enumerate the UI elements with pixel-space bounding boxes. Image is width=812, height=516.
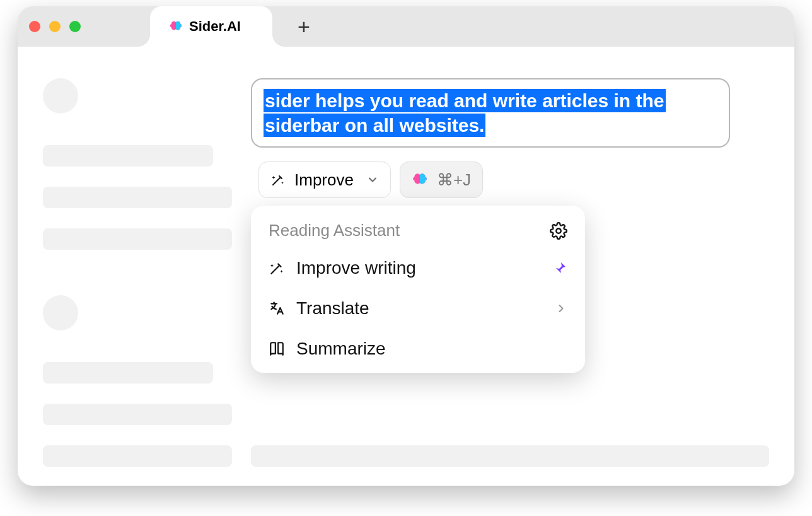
selected-text-box[interactable]: sider helps you read and write articles … (251, 78, 730, 148)
selected-text: sider helps you read and write articles … (264, 88, 717, 138)
skeleton-line (43, 445, 232, 467)
pin-icon[interactable] (552, 261, 567, 276)
book-icon (269, 341, 285, 357)
shortcut-label: ⌘+J (437, 170, 471, 190)
menu-item-improve-writing[interactable]: Improve writing (261, 248, 575, 288)
chevron-down-icon (366, 173, 379, 186)
menu-header: Reading Assistant (261, 221, 575, 248)
wand-icon (269, 260, 285, 276)
menu-title: Reading Assistant (269, 221, 400, 240)
menu-item-label: Summarize (296, 339, 386, 359)
menu-item-label: Improve writing (296, 258, 416, 278)
window-controls (29, 21, 81, 32)
tab-title: Sider.AI (189, 18, 241, 35)
page-content: sider helps you read and write articles … (18, 47, 794, 486)
improve-button[interactable]: Improve (258, 161, 391, 198)
svg-point-0 (556, 228, 560, 233)
skeleton-line (43, 187, 232, 208)
new-tab-button[interactable]: + (298, 15, 310, 39)
browser-tab[interactable]: Sider.AI (150, 6, 272, 47)
titlebar: Sider.AI + (18, 6, 794, 47)
sider-logo-icon (169, 20, 183, 33)
inline-toolbar: Improve ⌘+J (258, 161, 769, 198)
gear-icon[interactable] (550, 222, 567, 240)
chevron-right-icon (555, 302, 567, 315)
menu-item-summarize[interactable]: Summarize (261, 329, 575, 369)
open-sider-button[interactable]: ⌘+J (400, 161, 483, 198)
translate-icon (269, 300, 285, 317)
wand-icon (270, 172, 286, 187)
skeleton-line (43, 362, 213, 384)
skeleton-line (43, 228, 232, 250)
menu-item-label: Translate (296, 298, 369, 319)
minimize-window-button[interactable] (49, 21, 61, 32)
app-window: Sider.AI + sider helps you read and writ… (18, 6, 794, 486)
selection-highlight: sider helps you read and write articles … (264, 89, 666, 137)
avatar-placeholder (43, 78, 78, 114)
avatar-placeholder (43, 295, 78, 331)
skeleton-line (43, 145, 213, 167)
close-window-button[interactable] (29, 21, 40, 32)
improve-button-label: Improve (294, 170, 354, 190)
skeleton-line (251, 445, 769, 467)
skeleton-line (43, 404, 232, 425)
article-sidebar (43, 78, 232, 486)
sider-logo-icon (412, 172, 428, 188)
maximize-window-button[interactable] (69, 21, 81, 32)
reading-assistant-menu: Reading Assistant (251, 206, 585, 373)
article-main: sider helps you read and write articles … (251, 78, 769, 486)
menu-item-translate[interactable]: Translate (261, 288, 575, 329)
